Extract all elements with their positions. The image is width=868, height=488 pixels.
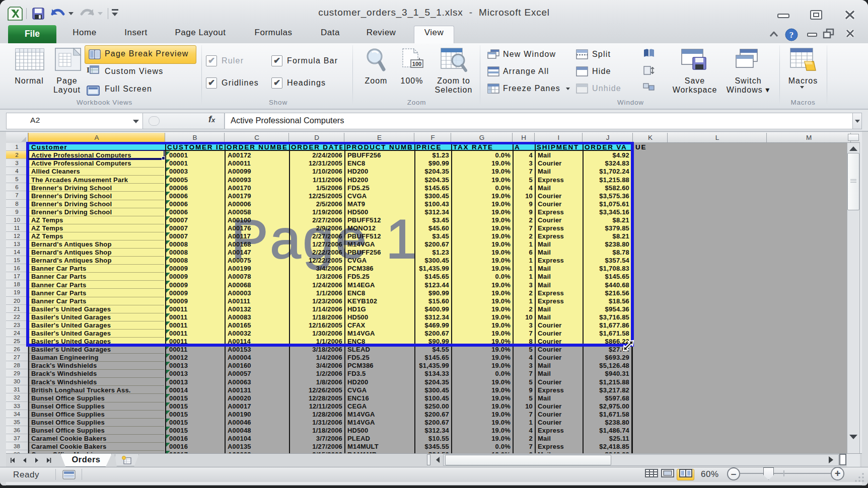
svg-text:I: I (87, 66, 90, 74)
svg-text:?: ? (789, 30, 794, 40)
svg-text:100: 100 (412, 61, 421, 67)
